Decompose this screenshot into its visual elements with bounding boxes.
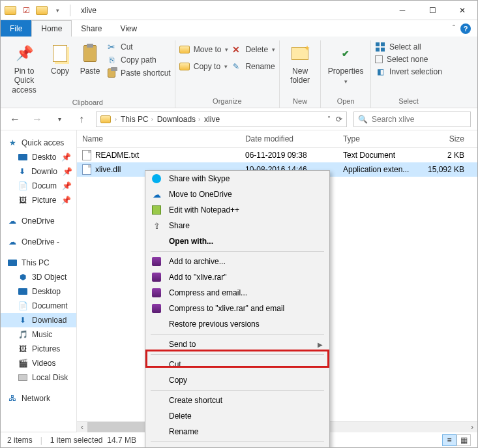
invert-selection-button[interactable]: ◧Invert selection — [375, 67, 442, 77]
view-details-button[interactable]: ≡ — [442, 434, 456, 446]
ctx-cut[interactable]: Cut — [145, 357, 329, 372]
addr-dropdown-icon[interactable]: ˅ — [327, 115, 331, 123]
ctx-move-onedrive[interactable]: ☁Move to OneDrive — [145, 187, 329, 202]
copy-button[interactable]: Copy — [46, 40, 74, 78]
refresh-icon[interactable]: ⟳ — [336, 115, 342, 124]
copy-to-button[interactable]: Copy to▾ — [179, 61, 229, 72]
qat-newfolder-icon[interactable] — [36, 5, 48, 16]
file-icon — [82, 164, 91, 175]
new-folder-button[interactable]: New folder — [284, 40, 316, 88]
sidebar-qa-documents[interactable]: 📄Docum📌 — [1, 179, 76, 193]
sidebar-localdisk[interactable]: Local Disk — [1, 370, 76, 385]
nav-recent-dropdown[interactable]: ▾ — [52, 112, 67, 127]
col-size[interactable]: Size — [423, 134, 477, 143]
window-title: xlive — [77, 6, 97, 15]
maximize-button[interactable]: ☐ — [417, 1, 447, 20]
addr-folder-icon — [100, 115, 111, 123]
ctx-add-archive[interactable]: Add to archive... — [145, 254, 329, 269]
sidebar-quickaccess[interactable]: ★Quick acces — [1, 136, 76, 150]
sidebar-qa-downloads[interactable]: ⬇Downlo📌 — [1, 164, 76, 179]
rename-button[interactable]: ✎Rename — [231, 61, 275, 72]
move-to-button[interactable]: Move to▾ — [179, 44, 229, 55]
select-all-button[interactable]: Select all — [375, 42, 442, 52]
sidebar-pictures[interactable]: 🖼Pictures — [1, 342, 76, 356]
ctx-rename[interactable]: Rename — [145, 424, 329, 440]
select-none-button[interactable]: Select none — [375, 55, 442, 64]
nav-up-button[interactable]: ↑ — [74, 112, 89, 127]
file-row[interactable]: README.txt 06-11-2019 09:38 Text Documen… — [77, 148, 477, 162]
ctx-send-to[interactable]: Send to▶ — [145, 336, 329, 352]
ctx-properties[interactable]: Properties — [145, 444, 329, 448]
copy-path-button[interactable]: ⎘Copy path — [106, 55, 171, 65]
nav-forward-button[interactable]: → — [29, 112, 45, 127]
column-headers[interactable]: Name Date modified Type Size — [77, 130, 477, 148]
col-date[interactable]: Date modified — [240, 134, 338, 143]
sidebar-onedrive2[interactable]: ☁OneDrive - — [1, 235, 76, 249]
ctx-compress-email[interactable]: Compress and email... — [145, 285, 329, 301]
view-large-icons-button[interactable]: ▦ — [456, 434, 471, 446]
tab-share[interactable]: Share — [72, 20, 111, 37]
sidebar-3dobjects[interactable]: ⬢3D Object — [1, 270, 76, 284]
sidebar-videos[interactable]: 🎬Videos — [1, 356, 76, 370]
search-icon: 🔍 — [358, 115, 368, 124]
col-name[interactable]: Name — [77, 134, 240, 143]
search-box[interactable]: 🔍 — [353, 112, 471, 127]
qat-dropdown-icon[interactable]: ▾ — [52, 5, 63, 16]
nav-row: ← → ▾ ↑ › This PC› Downloads› xlive ˅ ⟳ … — [1, 108, 477, 130]
tab-view[interactable]: View — [111, 20, 146, 37]
ctx-compress-xlive-email[interactable]: Compress to "xlive.rar" and email — [145, 301, 329, 316]
ribbon: 📌Pin to Quick access Copy Paste ✂Cut ⎘Co… — [1, 37, 477, 108]
group-clipboard-label: Clipboard — [5, 97, 171, 108]
ctx-add-xlive-rar[interactable]: Add to "xlive.rar" — [145, 269, 329, 285]
file-icon — [82, 150, 91, 160]
group-new-label: New — [284, 96, 316, 106]
ribbon-collapse-icon[interactable]: ˆ — [453, 24, 455, 33]
ctx-copy[interactable]: Copy — [145, 372, 329, 388]
crumb-xlive[interactable]: xlive — [204, 115, 220, 124]
crumb-downloads[interactable]: Downloads› — [157, 115, 200, 124]
crumb-thispc[interactable]: This PC› — [121, 115, 153, 124]
close-button[interactable]: ✕ — [447, 1, 477, 20]
ctx-create-shortcut[interactable]: Create shortcut — [145, 393, 329, 408]
ctx-share-skype[interactable]: Share with Skype — [145, 171, 329, 187]
status-item-count: 2 items — [7, 436, 33, 445]
minimize-button[interactable]: ─ — [387, 1, 417, 20]
properties-button[interactable]: ✔Properties▾ — [325, 40, 366, 88]
qat-properties-icon[interactable]: ☑ — [20, 5, 32, 16]
ctx-delete[interactable]: Delete — [145, 408, 329, 424]
sidebar-desktop[interactable]: Desktop — [1, 284, 76, 299]
pin-quickaccess-button[interactable]: 📌Pin to Quick access — [5, 40, 44, 97]
sidebar-network[interactable]: 🖧Network — [1, 391, 76, 406]
context-menu: Share with Skype ☁Move to OneDrive Edit … — [145, 170, 330, 448]
sidebar-qa-desktop[interactable]: Deskto📌 — [1, 150, 76, 164]
group-select-label: Select — [375, 96, 442, 106]
delete-button[interactable]: ✕Delete▾ — [231, 44, 275, 55]
ribbon-tabs: File Home Share View ˆ ? — [1, 20, 477, 37]
group-organize-label: Organize — [179, 96, 275, 106]
ctx-restore-versions[interactable]: Restore previous versions — [145, 316, 329, 332]
ctx-open-with[interactable]: Open with... — [145, 233, 329, 249]
sidebar-downloads[interactable]: ⬇Download — [1, 313, 76, 327]
sidebar-documents[interactable]: 📄Document — [1, 299, 76, 313]
group-open-label: Open — [325, 96, 366, 106]
sidebar-qa-pictures[interactable]: 🖼Picture📌 — [1, 193, 76, 207]
cut-button[interactable]: ✂Cut — [106, 42, 171, 52]
ctx-share[interactable]: ⇪Share — [145, 218, 329, 233]
address-bar[interactable]: › This PC› Downloads› xlive ˅ ⟳ — [96, 112, 347, 127]
nav-pane[interactable]: ★Quick acces Deskto📌 ⬇Downlo📌 📄Docum📌 🖼P… — [1, 130, 77, 432]
help-icon[interactable]: ? — [460, 23, 471, 34]
paste-button[interactable]: Paste — [76, 40, 104, 78]
status-selected: 1 item selected 14.7 MB — [50, 436, 136, 445]
sidebar-thispc[interactable]: This PC — [1, 256, 76, 270]
col-type[interactable]: Type — [338, 134, 423, 143]
title-bar: ☑ ▾ xlive ─ ☐ ✕ — [1, 1, 477, 20]
search-input[interactable] — [372, 115, 470, 124]
sidebar-onedrive[interactable]: ☁OneDrive — [1, 214, 76, 228]
nav-back-button[interactable]: ← — [7, 112, 23, 127]
sidebar-music[interactable]: 🎵Music — [1, 327, 76, 342]
app-folder-icon — [5, 5, 16, 16]
tab-home[interactable]: Home — [31, 20, 72, 37]
ctx-edit-notepadpp[interactable]: Edit with Notepad++ — [145, 202, 329, 218]
tab-file[interactable]: File — [1, 20, 31, 37]
paste-shortcut-button[interactable]: Paste shortcut — [106, 68, 171, 78]
